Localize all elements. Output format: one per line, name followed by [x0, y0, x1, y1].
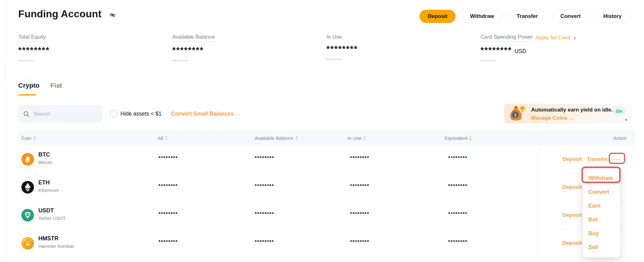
history-button[interactable]: History [595, 10, 630, 23]
yield-status-badge: On [613, 107, 625, 115]
row-more-actions-button[interactable]: ··· [613, 156, 621, 163]
eth-coin-icon [21, 181, 34, 194]
assets-table-header: Coin All Available Balance In Use Equiva… [18, 131, 635, 145]
column-header-action: Action [613, 135, 627, 141]
stat-sub-masked: ******** [326, 57, 474, 63]
coin-name: Tether USDT [38, 216, 66, 221]
stat-label: In Use [326, 34, 342, 40]
left-panel-divider [5, 0, 6, 262]
coin-name: Bitcoin [38, 160, 53, 165]
stat-label: Total Equity [18, 34, 46, 41]
column-header-in-use[interactable]: In Use [347, 135, 366, 141]
row-transfer-link[interactable]: Transfer [587, 156, 608, 162]
hide-small-assets-label: Hide assets < $1 [120, 111, 162, 117]
menu-item-convert[interactable]: Convert [583, 185, 620, 199]
cell-all: ******** [158, 156, 178, 161]
table-row-usdt: USDT Tether USDT ******** ******** *****… [18, 201, 635, 229]
side-drawer-handle[interactable] [0, 64, 5, 81]
coin-symbol: ETH [38, 179, 50, 186]
manage-coins-link[interactable]: Manage Coins → [531, 115, 574, 121]
sort-icon [295, 136, 298, 140]
menu-item-bot[interactable]: Bot [583, 213, 620, 227]
earn-yield-banner: $ Automatically earn yield on idle... Ma… [504, 104, 632, 123]
stat-value-masked: ******** [172, 46, 320, 55]
cell-equivalent: ******** [448, 156, 468, 161]
active-tab-underline [18, 94, 36, 96]
table-row-btc: ฿ BTC Bitcoin ******** ******** ********… [18, 145, 635, 173]
stat-total-equity: Total Equity ******** ******** [18, 34, 166, 64]
page-title: Funding Account [18, 8, 102, 20]
sort-icon [33, 136, 36, 140]
hide-balance-eye-icon[interactable] [109, 12, 116, 19]
coin-symbol: HMSTR [38, 235, 58, 242]
cell-equivalent: ******** [448, 211, 468, 217]
column-header-all[interactable]: All [158, 135, 168, 141]
convert-button[interactable]: Convert [552, 10, 589, 23]
svg-text:$: $ [514, 112, 517, 117]
menu-item-sell[interactable]: Sell [583, 240, 620, 254]
cell-all: ******** [158, 239, 178, 245]
table-row-eth: ETH Ethereum ******** ******** ******** … [18, 173, 635, 201]
sort-icon [165, 136, 168, 140]
coin-name: Ethereum [38, 188, 59, 193]
menu-item-withdraw[interactable]: Withdraw [583, 171, 620, 185]
column-header-equivalent[interactable]: Equivalent [445, 135, 472, 141]
usdt-coin-icon [21, 209, 34, 221]
cell-equivalent: ******** [448, 183, 468, 189]
cell-available: ******** [255, 239, 274, 245]
stat-available-balance: Available Balance ******** ******** [172, 34, 320, 64]
stat-sub-masked: ******** [172, 59, 320, 64]
sort-icon [364, 136, 366, 140]
cell-available: ******** [255, 156, 274, 161]
menu-item-buy[interactable]: Buy [583, 227, 620, 240]
cell-available: ******** [255, 211, 274, 217]
chevron-right-icon[interactable]: › [574, 35, 576, 40]
transfer-button[interactable]: Transfer [508, 10, 546, 23]
row-deposit-link[interactable]: Deposit [563, 156, 582, 162]
stat-value-masked: ******** [18, 46, 166, 55]
row-deposit-link[interactable]: Deposit [563, 240, 582, 246]
cell-equivalent: ******** [448, 239, 468, 245]
hide-small-assets-checkbox[interactable] [110, 110, 117, 117]
apply-for-card-link[interactable]: Apply for Card [536, 35, 570, 41]
cell-all: ******** [158, 211, 178, 217]
cell-in-use: ******** [350, 183, 369, 189]
section-divider [6, 78, 644, 78]
search-box[interactable] [18, 105, 103, 123]
row-actions-context-menu: Withdraw Convert Earn Bot Buy Sell [583, 169, 620, 257]
cell-in-use: ******** [350, 211, 369, 217]
cell-all: ******** [158, 183, 178, 189]
cell-available: ******** [255, 183, 274, 189]
coin-name: Hamster Kombat [38, 243, 74, 249]
stat-card-spending-power: Card Spending Power Apply for Card › ***… [480, 34, 628, 64]
tab-fiat[interactable]: Fiat [50, 82, 62, 89]
withdraw-button[interactable]: Withdraw [462, 10, 502, 23]
stat-in-use: In Use ******** ******** [326, 34, 474, 63]
convert-small-balances-link[interactable]: Convert Small Balances → [171, 111, 241, 117]
tab-crypto[interactable]: Crypto [18, 82, 40, 89]
row-deposit-link[interactable]: Deposit [563, 212, 582, 218]
stat-value-masked: ********USD [480, 46, 628, 55]
hmstr-coin-icon [21, 237, 34, 249]
table-row-hmstr: HMSTR Hamster Kombat ******** ******** *… [18, 229, 635, 257]
coin-symbol: BTC [38, 151, 50, 158]
btc-coin-icon: ฿ [21, 153, 34, 166]
banner-title: Automatically earn yield on idle... [531, 107, 616, 113]
stat-sub-masked: ******** [480, 59, 628, 64]
funding-account-page: Funding Account Deposit Withdraw Transfe… [0, 0, 644, 262]
deposit-button[interactable]: Deposit [419, 10, 455, 23]
carousel-dot[interactable] [625, 119, 627, 121]
column-header-available-balance[interactable]: Available Balance [255, 135, 298, 141]
stat-sub-masked: ******** [18, 59, 166, 64]
row-deposit-link[interactable]: Deposit [563, 184, 582, 190]
coin-symbol: USDT [38, 207, 54, 214]
header-actions: Deposit Withdraw Transfer Convert Histor… [419, 10, 630, 23]
cell-in-use: ******** [350, 156, 369, 161]
stat-unit: USD [514, 48, 526, 54]
column-header-coin[interactable]: Coin [21, 135, 36, 141]
menu-item-earn[interactable]: Earn [583, 199, 620, 213]
search-input[interactable] [33, 111, 97, 117]
sort-icon-active-desc [469, 136, 472, 140]
search-icon [23, 111, 30, 117]
stat-label: Card Spending Power [480, 34, 533, 41]
